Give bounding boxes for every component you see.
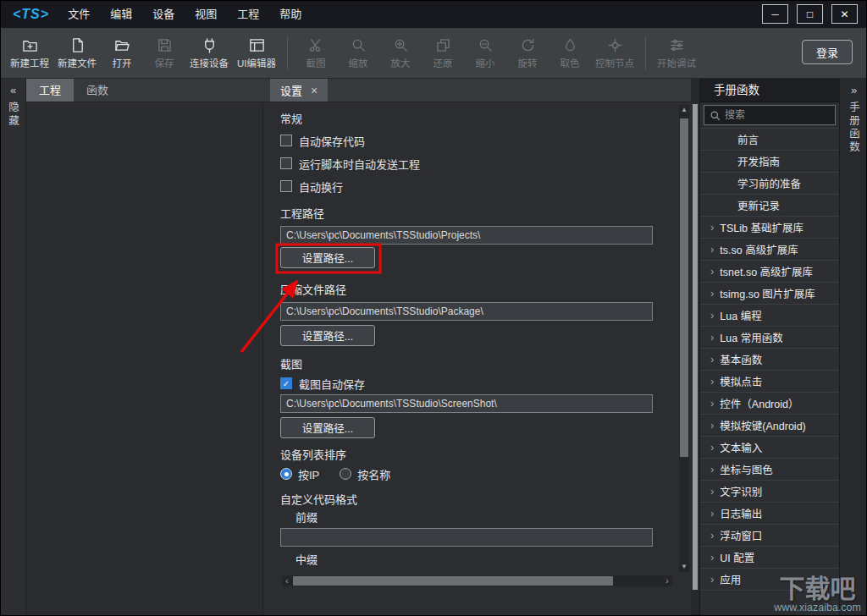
tab-functions[interactable]: 函数	[74, 79, 121, 102]
manual-search-input[interactable]	[725, 109, 830, 121]
rotate-icon	[520, 37, 536, 53]
toolbar-open[interactable]: 打开	[101, 37, 143, 69]
manual-item[interactable]: 学习前的准备	[700, 173, 839, 195]
manual-item[interactable]: ›Lua 编程	[700, 305, 839, 327]
prefix-label: 前缀	[295, 511, 691, 525]
manual-item-label: 前言	[737, 131, 759, 147]
settings-panel: 常规 自动保存代码 运行脚本时自动发送工程 自动换行 工程路径 设置路径... …	[263, 102, 691, 615]
screenshot-path-input[interactable]	[280, 394, 653, 413]
maximize-button[interactable]: □	[797, 4, 823, 24]
panel-splitter[interactable]	[691, 102, 699, 590]
toolbar-connect-device[interactable]: 连接设备	[185, 37, 233, 69]
tab-project[interactable]: 工程	[26, 79, 74, 102]
sort-by-name-option[interactable]: 按名称	[340, 466, 390, 482]
menu-edit[interactable]: 编辑	[100, 1, 142, 28]
manual-panel: 手册函数 前言 开发指南 学习前的准备 更新记录 ›TSLib 基础扩展库 ›t…	[699, 79, 839, 615]
vertical-scroll-thumb[interactable]	[680, 118, 688, 457]
manual-item-label: 开发指南	[737, 153, 780, 169]
toolbar-button-label: 缩放	[349, 56, 368, 69]
autosend-project-checkbox[interactable]	[280, 157, 292, 169]
toolbar-new-project[interactable]: 新建工程	[6, 37, 53, 69]
manual-item[interactable]: ›坐标与图色	[700, 459, 839, 481]
manual-rail-label[interactable]: 手册函数	[846, 102, 862, 154]
toolbar-separator	[287, 37, 288, 69]
manual-search-row	[700, 102, 839, 129]
menu-device[interactable]: 设备	[142, 1, 185, 28]
toolbar-button-label: 旋转	[518, 56, 538, 69]
menu-file[interactable]: 文件	[58, 1, 100, 28]
project-tree-panel[interactable]	[26, 102, 263, 615]
chevron-right-icon: ›	[710, 507, 714, 520]
checkbox-row-autosave-code: 自动保存代码	[280, 133, 691, 148]
set-project-path-button[interactable]: 设置路径...	[280, 247, 375, 268]
toolbar-ui-editor[interactable]: UI编辑器	[233, 37, 280, 69]
manual-item[interactable]: 更新记录	[700, 195, 839, 217]
set-package-path-button[interactable]: 设置路径...	[280, 325, 375, 346]
word-wrap-checkbox[interactable]	[280, 180, 292, 192]
vertical-scrollbar[interactable]: ▲ ▼	[679, 105, 689, 572]
app-window: <TS> 文件 编辑 设备 视图 工程 帮助 ─ □ ✕ 新建工程 新建文件 打…	[0, 0, 867, 616]
manual-item[interactable]: ›tsnet.so 高级扩展库	[700, 261, 839, 283]
package-path-input[interactable]	[280, 302, 653, 321]
screenshot-autosave-checkbox[interactable]: ✓	[280, 377, 292, 389]
sort-by-ip-radio[interactable]	[280, 468, 292, 480]
toolbar-button-label: 控制节点	[595, 56, 634, 69]
autosave-code-checkbox[interactable]	[280, 135, 292, 146]
manual-item[interactable]: 开发指南	[700, 151, 839, 173]
device-sort-options: 按IP 按名称	[280, 466, 691, 481]
manual-item[interactable]: ›应用	[700, 569, 839, 591]
manual-item[interactable]: ›文字识别	[700, 481, 839, 503]
manual-item[interactable]: ›基本函数	[700, 349, 839, 371]
manual-item[interactable]: ›文本输入	[700, 437, 839, 459]
horizontal-scroll-thumb[interactable]	[293, 576, 613, 586]
menu-help[interactable]: 帮助	[269, 1, 312, 28]
scroll-down-icon[interactable]: ▼	[679, 562, 689, 572]
window-controls: ─ □ ✕	[762, 4, 858, 24]
project-path-label: 工程路径	[280, 207, 691, 221]
scroll-left-icon[interactable]: ‹	[282, 575, 292, 586]
close-button[interactable]: ✕	[831, 4, 858, 24]
sort-by-name-radio[interactable]	[340, 468, 351, 480]
manual-item[interactable]: ›模拟点击	[700, 371, 839, 393]
manual-item-label: ts.so 高级扩展库	[720, 241, 798, 257]
scroll-right-icon[interactable]: ›	[662, 575, 672, 586]
toolbar-separator	[645, 37, 646, 69]
project-path-input[interactable]	[280, 226, 653, 245]
menu-project[interactable]: 工程	[227, 1, 269, 28]
minimize-button[interactable]: ─	[762, 4, 788, 24]
editor-tabbar: 设置 ×	[263, 79, 691, 102]
tab-close-icon[interactable]: ×	[311, 84, 318, 97]
menu-view[interactable]: 视图	[185, 1, 227, 28]
chevron-right-icon: ›	[710, 397, 714, 410]
manual-item[interactable]: ›Lua 常用函数	[700, 327, 839, 349]
manual-item[interactable]: ›控件（Android）	[700, 393, 839, 415]
scroll-up-icon[interactable]: ▲	[679, 105, 689, 115]
manual-item[interactable]: ›TSLib 基础扩展库	[700, 217, 839, 239]
horizontal-scrollbar[interactable]: ‹ ›	[282, 575, 672, 586]
set-screenshot-path-button[interactable]: 设置路径...	[280, 417, 375, 438]
expand-icon[interactable]: »	[851, 84, 857, 96]
login-button[interactable]: 登录	[802, 40, 853, 64]
manual-item-label: 模拟按键(Android)	[720, 417, 805, 433]
toolbar-new-file[interactable]: 新建文件	[53, 37, 101, 69]
manual-item[interactable]: ›模拟按键(Android)	[700, 415, 839, 437]
sort-by-ip-option[interactable]: 按IP	[280, 466, 319, 482]
manual-item[interactable]: ›UI 配置	[700, 547, 839, 569]
zoom-out-icon	[478, 37, 494, 53]
screenshot-autosave-label: 截图自动保存	[299, 376, 365, 392]
prefix-input[interactable]	[280, 528, 653, 547]
manual-item[interactable]: ›日志输出	[700, 503, 839, 525]
splitter-thumb[interactable]	[693, 104, 698, 590]
manual-item[interactable]: ›浮动窗口	[700, 525, 839, 547]
tab-settings[interactable]: 设置 ×	[270, 79, 328, 102]
toolbar-button-label: 还原	[434, 56, 453, 69]
manual-item[interactable]: 前言	[700, 129, 839, 151]
manual-search-box[interactable]	[704, 105, 836, 125]
collapse-icon[interactable]: «	[10, 84, 16, 96]
autosend-project-label: 运行脚本时自动发送工程	[299, 156, 420, 172]
left-tabbar: 工程 函数	[26, 79, 263, 102]
hide-label[interactable]: 隐藏	[5, 102, 21, 128]
toolbar-color-picker: 取色	[549, 37, 591, 69]
manual-item[interactable]: ›tsimg.so 图片扩展库	[700, 283, 839, 305]
manual-item[interactable]: ›ts.so 高级扩展库	[700, 239, 839, 261]
